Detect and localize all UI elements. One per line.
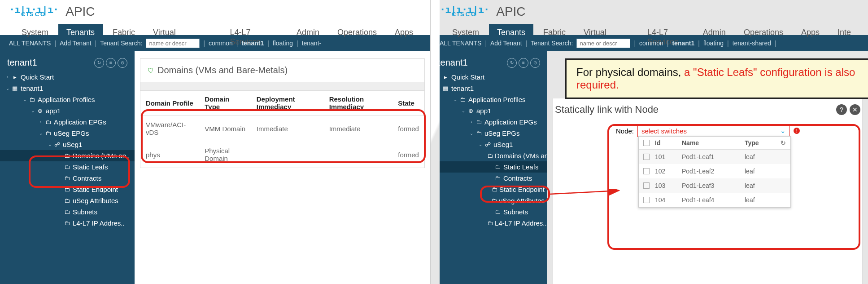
dialog-title: Statically link with Node xyxy=(555,104,659,115)
useg-icon: ☍ xyxy=(53,141,61,148)
tree-useg1[interactable]: ⌄☍uSeg1 xyxy=(0,139,135,150)
tree-useg-attrs[interactable]: 🗀uSeg Attributes xyxy=(431,195,547,206)
grid-icon: ▦ xyxy=(11,85,19,92)
folder-icon: 🗀 xyxy=(28,96,36,103)
help-icon[interactable]: ? xyxy=(836,104,847,115)
all-tenants-link[interactable]: ALL TENANTS xyxy=(9,40,51,47)
checkbox-all[interactable] xyxy=(643,140,650,146)
sidebar-ctrl-3[interactable]: ⊙ xyxy=(118,58,127,68)
tree-useg-epgs[interactable]: ⌄🗀uSeg EPGs xyxy=(0,128,135,139)
tree-subnets[interactable]: 🗀Subnets xyxy=(0,206,135,217)
folder-icon: 🗀 xyxy=(63,164,71,170)
node-select[interactable]: select switches ⌄ xyxy=(637,124,790,137)
folder-icon: 🗀 xyxy=(493,175,502,182)
tree-domains[interactable]: 🗀Domains (VMs an.. xyxy=(431,150,547,161)
th-res[interactable]: Resolution Immediacy xyxy=(324,91,393,115)
tree-useg-epgs[interactable]: ⌄🗀uSeg EPGs xyxy=(431,128,547,139)
tree-app1[interactable]: ⌄⊕app1 xyxy=(431,105,547,116)
th-deploy[interactable]: Deployment Immediacy xyxy=(251,91,324,115)
checkbox[interactable] xyxy=(643,182,650,189)
tree-useg-attrs[interactable]: 🗀uSeg Attributes xyxy=(0,195,135,206)
domains-card: 🛡 Domains (VMs and Bare-Metals) Domain P… xyxy=(140,58,425,168)
play-icon: ▸ xyxy=(441,74,449,80)
th-profile[interactable]: Domain Profile xyxy=(140,91,199,115)
dropdown-row[interactable]: 103Pod1-Leaf3leaf xyxy=(639,178,790,193)
tree-tenant[interactable]: ⌄▦tenant1 xyxy=(431,83,547,94)
tree-app1[interactable]: ⌄⊕app1 xyxy=(0,105,135,116)
folder-icon: 🗀 xyxy=(458,96,467,103)
checkbox[interactable] xyxy=(643,168,650,174)
tree-app-profiles[interactable]: ⌄🗀Application Profiles xyxy=(0,94,135,105)
checkbox[interactable] xyxy=(643,197,650,203)
sidebar-ctrl-1[interactable]: ↻ xyxy=(507,58,517,68)
all-tenants-link[interactable]: ALL TENANTS xyxy=(440,40,481,47)
dropdown-row[interactable]: 104Pod1-Leaf4leaf xyxy=(639,193,790,207)
nav-inte[interactable]: Inte xyxy=(829,24,859,50)
tree-l4l7[interactable]: 🗀L4-L7 IP Addres.. xyxy=(431,217,547,229)
tree-useg1[interactable]: ⌄☍uSeg1 xyxy=(431,139,547,150)
tenant-link-trunc[interactable]: tenant- xyxy=(302,40,322,47)
tree-static-leafs[interactable]: 🗀Static Leafs xyxy=(0,161,135,173)
tenant-link-shared[interactable]: tenant-shared xyxy=(733,40,771,47)
tree-app-profiles[interactable]: ⌄🗀Application Profiles xyxy=(431,94,547,105)
checkbox[interactable] xyxy=(643,154,650,160)
content-area: 🛡 Domains (VMs and Bare-Metals) Domain P… xyxy=(135,51,430,284)
dropdown-row[interactable]: 102Pod1-Leaf2leaf xyxy=(639,164,790,178)
th-state[interactable]: State xyxy=(393,91,424,115)
node-placeholder: select switches xyxy=(641,127,687,135)
tree-static-endpoint[interactable]: 🗀Static Endpoint xyxy=(431,184,547,195)
tree-static-leafs[interactable]: 🗀Static Leafs xyxy=(431,161,547,173)
tenant-search-input[interactable] xyxy=(576,39,630,48)
node-field: Node: select switches ⌄ ! xyxy=(616,124,862,137)
tree-domains[interactable]: 🗀Domains (VMs an.. xyxy=(0,150,135,161)
refresh-icon[interactable]: ↻ xyxy=(781,139,786,146)
tree-tenant[interactable]: ⌄▦tenant1 xyxy=(0,83,135,94)
tenant-search-input[interactable] xyxy=(146,39,200,48)
card-title: 🛡 Domains (VMs and Bare-Metals) xyxy=(140,59,424,82)
table-row[interactable]: VMware/ACI-vDS VMM Domain Immediate Imme… xyxy=(140,115,424,142)
add-tenant-link[interactable]: Add Tenant xyxy=(60,40,92,47)
tree-subnets[interactable]: 🗀Subnets xyxy=(431,206,547,217)
nav-apps[interactable]: Apps xyxy=(793,24,828,50)
static-link-card: Statically link with Node ? ✕ Node: sele… xyxy=(553,98,863,284)
th-type[interactable]: Domain Type xyxy=(199,91,251,115)
dropdown-row[interactable]: 101Pod1-Leaf1leaf xyxy=(639,150,790,164)
tree-static-endpoint[interactable]: 🗀Static Endpoint xyxy=(0,184,135,195)
folder-icon: 🗀 xyxy=(63,152,71,159)
tree-quick-start[interactable]: ›▸Quick Start xyxy=(0,71,135,83)
tree-quick-start[interactable]: ›▸Quick Start xyxy=(431,71,547,83)
main: tenant1 ↻ ≡ ⊙ ›▸Quick Start ⌄▦tenant1 ⌄🗀… xyxy=(0,51,430,284)
col-name[interactable]: Name xyxy=(682,139,745,146)
folder-icon: 🗀 xyxy=(493,164,502,170)
tenant-link-common[interactable]: common xyxy=(639,40,663,47)
close-icon[interactable]: ✕ xyxy=(850,104,860,115)
col-id[interactable]: Id xyxy=(655,139,682,146)
tenant-link-floating[interactable]: floating xyxy=(703,40,724,47)
tree-contracts[interactable]: 🗀Contracts xyxy=(431,173,547,184)
tree-app-epgs[interactable]: ›🗀Application EPGs xyxy=(0,116,135,128)
add-tenant-link[interactable]: Add Tenant xyxy=(490,40,522,47)
tenant-link-tenant1[interactable]: tenant1 xyxy=(672,40,694,47)
sidebar-ctrl-2[interactable]: ≡ xyxy=(519,58,528,68)
sidebar-ctrl-1[interactable]: ↻ xyxy=(94,58,104,68)
cisco-logo: ·ı|ı·ı|ı· CISCO xyxy=(440,7,489,16)
folder-icon: 🗀 xyxy=(63,175,71,182)
sidebar-ctrl-2[interactable]: ≡ xyxy=(106,58,116,68)
nav-tree: ›▸Quick Start ⌄▦tenant1 ⌄🗀Application Pr… xyxy=(431,71,547,229)
tree-contracts[interactable]: 🗀Contracts xyxy=(0,173,135,184)
folder-icon: 🗀 xyxy=(487,220,493,226)
col-type[interactable]: Type xyxy=(745,139,772,146)
folder-icon: 🗀 xyxy=(44,130,52,137)
dialog-title-row: Statically link with Node ? ✕ xyxy=(553,98,862,121)
tenant-link-common[interactable]: common xyxy=(209,40,233,47)
nav-ops[interactable]: Operations xyxy=(329,24,385,50)
tenant-link-tenant1[interactable]: tenant1 xyxy=(241,40,264,47)
callout-note: For physical domains, a "Static Leafs" c… xyxy=(565,58,868,99)
sidebar-ctrl-3[interactable]: ⊙ xyxy=(530,58,540,68)
tree-app-epgs[interactable]: ›🗀Application EPGs xyxy=(431,116,547,128)
panel-divider xyxy=(431,0,440,284)
tenant-link-floating[interactable]: floating xyxy=(273,40,293,47)
tree-l4l7[interactable]: 🗀L4-L7 IP Addres.. xyxy=(0,217,135,229)
table-row[interactable]: phys Physical Domain formed xyxy=(140,142,424,168)
nav-apps[interactable]: Apps xyxy=(387,24,421,50)
